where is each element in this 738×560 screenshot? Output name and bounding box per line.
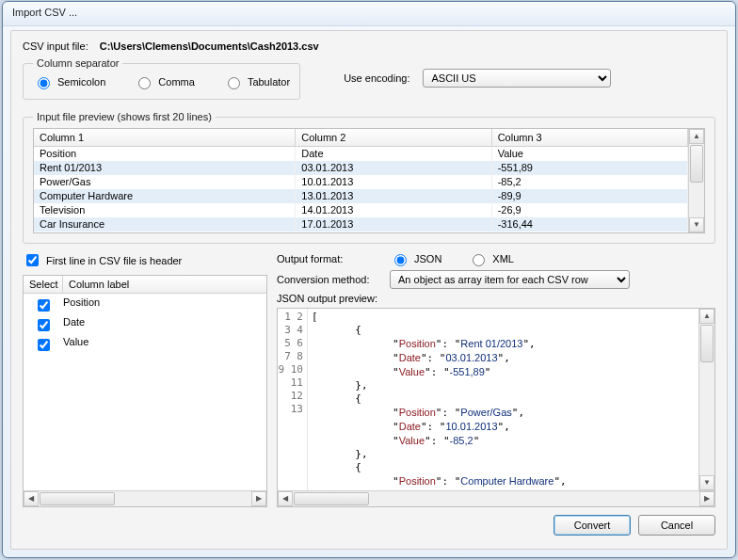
radio-xml-label: XML bbox=[492, 253, 514, 264]
table-row[interactable]: Rent 01/201303.01.2013-551,89 bbox=[34, 161, 688, 175]
input-preview-group: Input file preview (shows first 20 lines… bbox=[23, 111, 715, 244]
table-row[interactable]: PositionDateValue bbox=[34, 147, 688, 161]
radio-semicolon-input[interactable] bbox=[38, 77, 50, 89]
radio-semicolon[interactable]: Semicolon bbox=[33, 74, 105, 89]
preview-col-1[interactable]: Column 1 bbox=[34, 129, 296, 147]
table-cell: Television bbox=[34, 203, 296, 217]
table-cell: Value bbox=[491, 147, 687, 161]
column-select-checkbox[interactable] bbox=[38, 319, 50, 331]
scroll-left-icon[interactable]: ◀ bbox=[278, 491, 293, 506]
scroll-down-icon[interactable]: ▼ bbox=[689, 217, 704, 232]
table-cell: -26,9 bbox=[491, 203, 687, 217]
json-hscrollbar[interactable]: ◀ ▶ bbox=[278, 490, 714, 506]
table-row[interactable]: Television14.01.2013-26,9 bbox=[34, 203, 688, 217]
preview-table: Column 1 Column 2 Column 3 PositionDateV… bbox=[33, 128, 705, 233]
column-separator-group: Column separator Semicolon Comma Tabulat… bbox=[23, 57, 300, 100]
scroll-track[interactable] bbox=[699, 363, 714, 475]
table-cell: 14.01.2013 bbox=[296, 203, 491, 217]
preview-col-2[interactable]: Column 2 bbox=[296, 129, 491, 147]
json-preview-label: JSON output preview: bbox=[277, 293, 715, 304]
conversion-method-select[interactable]: An object as array item for each CSV row bbox=[390, 270, 630, 289]
radio-xml[interactable]: XML bbox=[468, 251, 514, 266]
radio-comma-label: Comma bbox=[158, 76, 195, 88]
table-cell: 13.01.2013 bbox=[296, 189, 491, 203]
radio-tabulator[interactable]: Tabulator bbox=[223, 74, 290, 89]
radio-tabulator-input[interactable] bbox=[228, 77, 240, 89]
preview-vscrollbar[interactable]: ▲ ▼ bbox=[688, 129, 704, 232]
json-gutter: 1 2 3 4 5 6 7 8 9 10 11 12 13 bbox=[278, 309, 308, 490]
preview-col-3[interactable]: Column 3 bbox=[491, 129, 687, 147]
conversion-method-label: Conversion method: bbox=[277, 274, 380, 285]
json-preview: 1 2 3 4 5 6 7 8 9 10 11 12 13 [ { "Posit… bbox=[277, 308, 715, 507]
scroll-up-icon[interactable]: ▲ bbox=[689, 129, 704, 144]
scroll-up-icon[interactable]: ▲ bbox=[699, 309, 714, 324]
radio-comma[interactable]: Comma bbox=[134, 74, 195, 89]
column-list: Select Column label PositionDateValue ◀ … bbox=[23, 275, 267, 507]
column-select-checkbox[interactable] bbox=[38, 339, 50, 351]
scroll-thumb[interactable] bbox=[690, 145, 703, 183]
radio-comma-input[interactable] bbox=[138, 77, 151, 89]
column-list-head-label[interactable]: Column label bbox=[63, 276, 135, 293]
client-area: CSV input file: C:\Users\Clemens\Documen… bbox=[10, 30, 728, 550]
first-line-header-label: First line in CSV file is header bbox=[46, 255, 182, 266]
csv-input-file-path: C:\Users\Clemens\Documents\Cash2013.csv bbox=[100, 40, 319, 52]
table-cell: 10.01.2013 bbox=[296, 175, 491, 189]
table-cell: Car Insurance bbox=[34, 217, 296, 232]
scroll-thumb[interactable] bbox=[700, 325, 714, 362]
table-row[interactable]: Web-Hosting17.01.2013-9,6 bbox=[34, 232, 688, 233]
radio-xml-input[interactable] bbox=[473, 254, 485, 266]
scroll-down-icon[interactable]: ▼ bbox=[699, 475, 714, 490]
table-cell: 17.01.2013 bbox=[296, 217, 491, 232]
column-list-hscrollbar[interactable]: ◀ ▶ bbox=[24, 490, 266, 506]
table-cell: -89,9 bbox=[491, 189, 687, 203]
cancel-button[interactable]: Cancel bbox=[638, 515, 715, 536]
radio-semicolon-label: Semicolon bbox=[57, 76, 105, 88]
table-row[interactable]: Computer Hardware13.01.2013-89,9 bbox=[34, 189, 688, 203]
table-row[interactable]: Car Insurance17.01.2013-316,44 bbox=[34, 217, 688, 232]
column-list-head-select[interactable]: Select bbox=[24, 276, 63, 293]
window-title: Import CSV ... bbox=[3, 2, 735, 26]
table-cell: Rent 01/2013 bbox=[34, 161, 296, 175]
preview-table-inner: Column 1 Column 2 Column 3 PositionDateV… bbox=[34, 129, 688, 232]
encoding-label: Use encoding: bbox=[344, 72, 409, 84]
column-label: Value bbox=[63, 336, 88, 354]
radio-tabulator-label: Tabulator bbox=[248, 76, 290, 88]
column-label: Date bbox=[63, 316, 85, 334]
scroll-track[interactable] bbox=[689, 184, 704, 217]
first-line-header-checkbox[interactable]: First line in CSV file is header bbox=[23, 251, 267, 269]
scroll-htrack[interactable] bbox=[116, 491, 251, 506]
table-cell: Web-Hosting bbox=[34, 232, 296, 233]
table-cell: Position bbox=[34, 147, 296, 161]
table-cell: -9,6 bbox=[491, 232, 687, 233]
radio-json-input[interactable] bbox=[394, 254, 407, 266]
json-code[interactable]: [ { "Position": "Rent 01/2013", "Date": … bbox=[308, 309, 698, 490]
scroll-right-icon[interactable]: ▶ bbox=[251, 491, 266, 506]
table-cell: Computer Hardware bbox=[34, 189, 296, 203]
encoding-select[interactable]: ASCII US bbox=[423, 69, 611, 88]
table-cell: 03.01.2013 bbox=[296, 161, 491, 175]
import-csv-dialog: Import CSV ... CSV input file: C:\Users\… bbox=[2, 1, 736, 558]
list-item[interactable]: Position bbox=[24, 296, 266, 315]
column-separator-legend: Column separator bbox=[33, 57, 122, 69]
scroll-hthumb[interactable] bbox=[40, 492, 115, 505]
table-cell: -85,2 bbox=[491, 175, 687, 189]
radio-json[interactable]: JSON bbox=[390, 251, 441, 266]
json-vscrollbar[interactable]: ▲ ▼ bbox=[698, 309, 714, 490]
csv-input-file-label: CSV input file: bbox=[23, 40, 88, 52]
radio-json-label: JSON bbox=[414, 253, 441, 264]
table-row[interactable]: Power/Gas10.01.2013-85,2 bbox=[34, 175, 688, 189]
file-row: CSV input file: C:\Users\Clemens\Documen… bbox=[23, 40, 715, 52]
convert-button[interactable]: Convert bbox=[554, 515, 631, 536]
scroll-left-icon[interactable]: ◀ bbox=[24, 491, 39, 506]
scroll-right-icon[interactable]: ▶ bbox=[699, 491, 714, 506]
output-format-label: Output format: bbox=[277, 253, 380, 264]
column-select-checkbox[interactable] bbox=[38, 299, 50, 312]
table-cell: Date bbox=[296, 147, 491, 161]
first-line-header-input[interactable] bbox=[26, 254, 39, 266]
table-cell: 17.01.2013 bbox=[296, 232, 491, 233]
list-item[interactable]: Value bbox=[24, 335, 266, 355]
scroll-htrack[interactable] bbox=[370, 491, 699, 506]
list-item[interactable]: Date bbox=[24, 315, 266, 335]
input-preview-legend: Input file preview (shows first 20 lines… bbox=[33, 111, 216, 122]
scroll-hthumb[interactable] bbox=[294, 492, 369, 505]
